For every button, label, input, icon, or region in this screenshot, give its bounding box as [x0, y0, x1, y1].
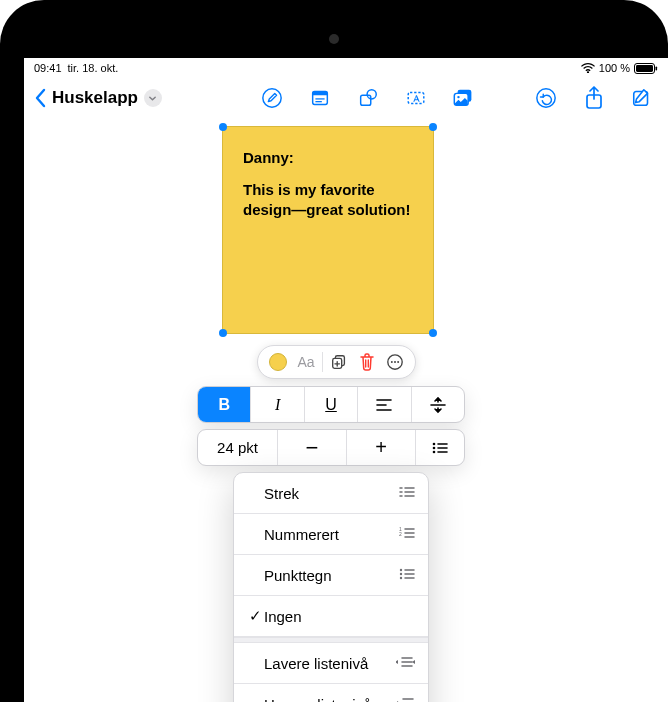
compose-button[interactable]: [626, 82, 658, 114]
top-toolbar: Huskelapp: [24, 76, 668, 120]
status-time: 09:41: [34, 62, 62, 74]
color-swatch-button[interactable]: [264, 348, 292, 376]
resize-handle-tl[interactable]: [219, 123, 227, 131]
menu-label: Nummerert: [264, 526, 398, 543]
svg-rect-10: [408, 93, 424, 104]
decrease-size-button[interactable]: −: [278, 430, 347, 465]
svg-point-24: [433, 446, 436, 449]
svg-rect-1: [636, 65, 653, 72]
status-date: tir. 18. okt.: [68, 62, 119, 74]
menu-item-lavere[interactable]: Lavere listenivå: [234, 643, 428, 684]
svg-point-29: [400, 572, 402, 574]
svg-point-21: [394, 361, 396, 363]
menu-item-nummerert[interactable]: Nummerert 12: [234, 514, 428, 555]
separator: [322, 352, 323, 372]
menu-label: Strek: [264, 485, 398, 502]
sticky-note[interactable]: Danny: This is my favorite design—great …: [222, 126, 434, 334]
svg-rect-8: [361, 95, 371, 105]
italic-button[interactable]: I: [251, 387, 304, 422]
share-button[interactable]: [578, 82, 610, 114]
resize-handle-tr[interactable]: [429, 123, 437, 131]
undo-button[interactable]: [530, 82, 562, 114]
note-header: Danny:: [243, 149, 413, 166]
numbered-list-icon: 12: [398, 526, 416, 543]
back-button[interactable]: [34, 88, 48, 108]
align-button[interactable]: [358, 387, 411, 422]
format-row-2: 24 pkt − +: [197, 429, 465, 466]
svg-point-28: [400, 568, 402, 570]
svg-point-13: [457, 96, 459, 98]
shape-button[interactable]: [352, 82, 384, 114]
bold-button[interactable]: B: [198, 387, 251, 422]
svg-point-30: [400, 576, 402, 578]
svg-point-23: [433, 442, 436, 445]
svg-rect-5: [313, 92, 328, 96]
status-battery-text: 100 %: [599, 62, 630, 74]
format-popover: B I U 24 pkt − + Strek Nummerert 12 Punk…: [197, 386, 465, 702]
svg-point-25: [433, 450, 436, 453]
svg-point-22: [397, 361, 399, 363]
menu-item-strek[interactable]: Strek: [234, 473, 428, 514]
resize-handle-bl[interactable]: [219, 329, 227, 337]
svg-point-3: [263, 89, 281, 107]
increase-size-button[interactable]: +: [347, 430, 416, 465]
text-style-button[interactable]: Aa: [292, 348, 320, 376]
underline-button[interactable]: U: [305, 387, 358, 422]
canvas-area[interactable]: Danny: This is my favorite design—great …: [24, 120, 668, 702]
outdent-icon: [396, 655, 416, 672]
format-row-1: B I U: [197, 386, 465, 423]
vertical-align-button[interactable]: [412, 387, 464, 422]
svg-point-20: [391, 361, 393, 363]
menu-label: Lavere listenivå: [264, 655, 396, 672]
list-options-button[interactable]: [416, 430, 464, 465]
svg-rect-2: [656, 66, 658, 70]
image-button[interactable]: [448, 82, 480, 114]
list-style-menu: Strek Nummerert 12 Punkttegn ✓Ingen Lave…: [233, 472, 429, 702]
context-toolbar: Aa: [257, 345, 416, 379]
bullet-list-icon: [398, 567, 416, 584]
menu-label: Høyere listenivå: [264, 696, 396, 702]
note-body: This is my favorite design—great solutio…: [243, 180, 413, 221]
markup-pen-button[interactable]: [256, 82, 288, 114]
menu-item-hoyere[interactable]: Høyere listenivå: [234, 684, 428, 702]
checkmark-icon: ✓: [246, 607, 264, 625]
menu-item-punkttegn[interactable]: Punkttegn: [234, 555, 428, 596]
duplicate-button[interactable]: [325, 348, 353, 376]
status-bar: 09:41 tir. 18. okt. 100 %: [24, 58, 668, 76]
menu-label: Ingen: [264, 608, 416, 625]
wifi-icon: [581, 63, 595, 73]
more-button[interactable]: [381, 348, 409, 376]
delete-button[interactable]: [353, 348, 381, 376]
page-title: Huskelapp: [52, 88, 138, 108]
indent-icon: [396, 696, 416, 702]
menu-item-ingen[interactable]: ✓Ingen: [234, 596, 428, 637]
font-size-value[interactable]: 24 pkt: [198, 430, 278, 465]
resize-handle-br[interactable]: [429, 329, 437, 337]
note-button[interactable]: [304, 82, 336, 114]
svg-point-9: [367, 90, 376, 99]
svg-text:2: 2: [399, 531, 402, 537]
title-dropdown[interactable]: [144, 89, 162, 107]
text-box-button[interactable]: [400, 82, 432, 114]
dash-list-icon: [398, 485, 416, 502]
battery-icon: [634, 63, 658, 74]
menu-label: Punkttegn: [264, 567, 398, 584]
